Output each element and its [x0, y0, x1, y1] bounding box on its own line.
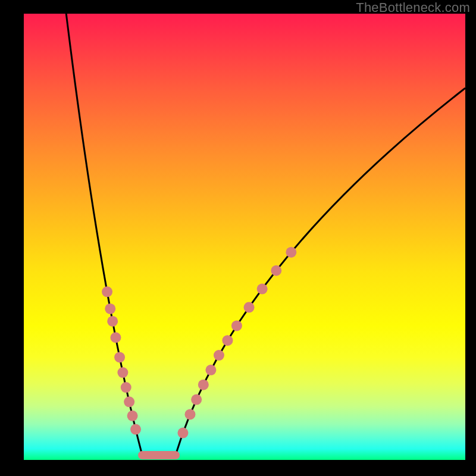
data-point: [205, 365, 216, 375]
data-point: [177, 428, 188, 439]
data-point: [121, 382, 131, 393]
data-point: [244, 302, 255, 313]
data-point: [231, 320, 242, 331]
data-point: [117, 367, 128, 378]
data-point: [191, 394, 202, 405]
data-point: [184, 409, 195, 419]
data-point: [107, 316, 118, 327]
data-point: [214, 350, 224, 361]
data-point: [102, 286, 112, 297]
data-point: [130, 424, 141, 435]
data-point: [110, 332, 121, 343]
watermark-text: TheBottleneck.com: [356, 1, 470, 14]
data-point: [257, 284, 268, 295]
data-point: [271, 265, 281, 276]
data-point: [222, 335, 233, 346]
data-point: [105, 303, 115, 314]
data-point: [127, 411, 138, 421]
data-point: [198, 380, 209, 390]
data-point: [286, 247, 296, 258]
data-point: [124, 396, 134, 407]
data-point: [114, 352, 125, 362]
